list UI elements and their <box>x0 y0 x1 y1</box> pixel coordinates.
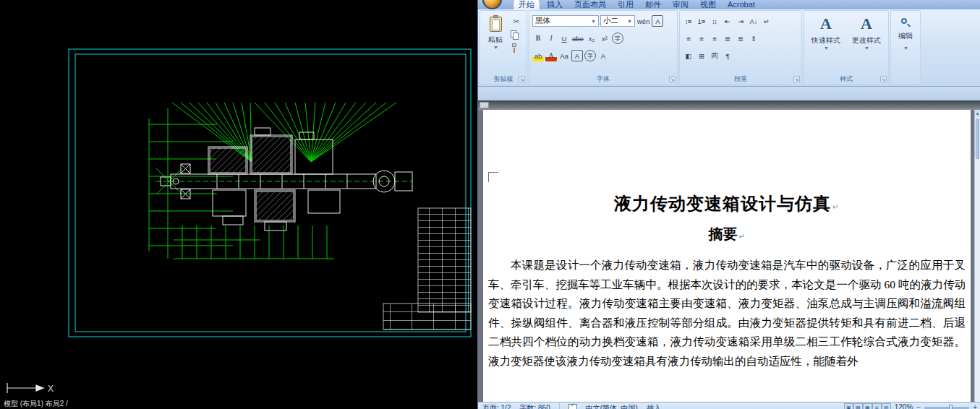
tab-insert[interactable]: 插入 <box>542 0 568 9</box>
circle-character-button[interactable]: 字 <box>584 50 596 61</box>
alignment-button[interactable]: ≣ <box>735 33 746 44</box>
styles-dialog-launcher[interactable]: ↘ <box>880 76 887 82</box>
font-group: 黑体▼ 小二▼ wén A B I U abe x₂ x² 字 ab A <box>529 10 678 85</box>
character-shading-button[interactable]: A <box>571 50 583 61</box>
view-mode-button[interactable]: ▧ <box>882 403 891 409</box>
format-painter-button[interactable] <box>511 43 518 53</box>
shading-borders-button[interactable]: 两 <box>709 50 720 61</box>
zoom-level[interactable]: 120% <box>895 403 913 409</box>
screen: X 模型 (布局1) 布局2 / 开始 插入 页面布局 引用 邮件 审阅 视图 … <box>0 0 980 409</box>
copy-button[interactable] <box>511 30 519 40</box>
shading-borders-button[interactable]: ◧ <box>683 50 694 61</box>
dimension-lines <box>149 103 412 259</box>
language-indicator[interactable]: 中文(简体, 中国) <box>586 403 638 409</box>
editing-group: 编辑 ▼ <box>890 10 921 85</box>
document-top-strip <box>478 100 980 110</box>
paste-button[interactable]: 粘贴 ▼ <box>484 14 507 65</box>
shading-borders-button[interactable]: ⊞ <box>696 50 707 61</box>
paragraph-button[interactable]: ↵ <box>761 15 772 27</box>
paragraph-button[interactable]: ⁝≡ <box>683 15 694 27</box>
office-button[interactable] <box>482 0 502 9</box>
paragraph-mark-icon: ↵ <box>738 232 745 241</box>
tab-acrobat[interactable]: Acrobat <box>723 0 760 9</box>
enclose-characters-button[interactable]: 字 <box>612 33 623 44</box>
autocad-window: X 模型 (布局1) 布局2 / <box>0 0 477 409</box>
quick-styles-button[interactable]: A 快速样式 ▼ <box>807 14 845 65</box>
tab-home[interactable]: 开始 <box>513 0 540 9</box>
view-mode-button[interactable]: ≣ <box>872 403 882 409</box>
tab-mailings[interactable]: 邮件 <box>640 0 666 9</box>
chevron-down-icon: ▼ <box>591 19 596 24</box>
paragraph-row-lists: ⁝≡1≡⁝⁝⇤⇥A↓↵ <box>683 15 772 27</box>
x-axis-label: X <box>48 384 54 394</box>
alignment-button[interactable]: ⇕ <box>748 33 759 44</box>
chevron-down-icon: ▼ <box>864 46 869 51</box>
font-dialog-launcher[interactable]: ↘ <box>669 76 676 82</box>
alignment-button[interactable]: ≣ <box>722 33 733 44</box>
view-buttons: ▣▤▦≣▧ <box>844 403 891 409</box>
paragraph-button[interactable]: ⇥ <box>735 15 746 27</box>
quick-styles-label: 快速样式 <box>811 35 840 46</box>
change-case-button[interactable]: Aa <box>558 50 570 61</box>
divider <box>559 403 560 409</box>
character-border-button[interactable]: A <box>652 15 663 27</box>
underline-button[interactable]: U <box>558 33 570 44</box>
word-count[interactable]: 字数: 860 <box>519 403 550 409</box>
alignment-button[interactable]: ≡ <box>709 33 720 44</box>
status-bar: 页面: 1/2 字数: 860 中文(简体, 中国) 插入 ▣▤▦≣▧ 120%… <box>478 402 980 409</box>
tab-references[interactable]: 引用 <box>613 0 639 9</box>
paragraph-button[interactable]: ⁝⁝ <box>709 15 720 27</box>
strikethrough-button[interactable]: abe <box>571 33 584 44</box>
clipboard-dialog-launcher[interactable]: ↘ <box>519 76 525 82</box>
view-mode-button[interactable]: ▤ <box>853 403 863 409</box>
change-styles-button[interactable]: A 更改样式 ▼ <box>848 14 885 65</box>
word-document-page[interactable]: 液力传动变速箱设计与仿真↵ 摘要↵ 本课题是设计一个液力传动变速箱，液力传动变速… <box>483 110 971 402</box>
pinyin-guide-button[interactable]: wén <box>636 15 650 27</box>
proofing-status-icon[interactable] <box>568 404 577 409</box>
tab-page-layout[interactable]: 页面布局 <box>569 0 611 9</box>
word-window: 开始 插入 页面布局 引用 邮件 审阅 视图 Acrobat 粘贴 ▼ ✂ <box>477 0 980 409</box>
paragraph-group: ⁝≡1≡⁝⁝⇤⇥A↓↵ ≡≡≡≣≣⇕ ◧⊞两¶ 段落 ↘ <box>679 10 802 85</box>
page-indicator[interactable]: 页面: 1/2 <box>482 403 511 409</box>
scroll-up-icon[interactable]: ▲ <box>975 110 980 117</box>
paragraph-button[interactable]: 1≡ <box>696 15 707 27</box>
font-color-button[interactable]: A <box>545 50 557 61</box>
font-group-label: 字体 <box>529 74 677 84</box>
view-mode-button[interactable]: ▣ <box>844 403 853 409</box>
clear-formatting-button[interactable]: A <box>597 50 609 61</box>
cad-canvas[interactable]: X <box>0 0 477 409</box>
tab-view[interactable]: 视图 <box>695 0 721 9</box>
paragraph-dialog-launcher[interactable]: ↘ <box>793 76 800 82</box>
alignment-button[interactable]: ≡ <box>683 33 694 44</box>
shading-borders-button[interactable]: ¶ <box>722 50 733 61</box>
paragraph-button[interactable]: A↓ <box>748 15 759 27</box>
scrollbar-thumb[interactable] <box>976 119 979 159</box>
zoom-out-button[interactable]: − <box>916 403 921 409</box>
paragraph-button[interactable]: ⇤ <box>722 15 733 27</box>
vertical-scrollbar[interactable]: ▲ <box>974 110 980 402</box>
cut-button[interactable]: ✂ <box>511 15 522 27</box>
zoom-slider-thumb[interactable] <box>949 405 953 409</box>
ruler-toggle-button[interactable] <box>480 102 489 108</box>
view-mode-button[interactable]: ▦ <box>863 403 872 409</box>
cad-layout-tabs[interactable]: 模型 (布局1) 布局2 / <box>4 400 68 409</box>
font-family-select[interactable]: 黑体▼ <box>532 15 599 27</box>
editing-menu-button[interactable]: 编辑 ▼ <box>891 18 920 51</box>
chevron-down-icon: ▼ <box>627 19 632 24</box>
change-styles-a-icon: A <box>861 14 872 33</box>
bold-button[interactable]: B <box>532 33 544 44</box>
ribbon-tab-bar: 开始 插入 页面布局 引用 邮件 审阅 视图 Acrobat <box>478 0 980 9</box>
superscript-button[interactable]: x² <box>599 33 610 44</box>
subscript-button[interactable]: x₂ <box>586 33 597 44</box>
zoom-in-button[interactable]: + <box>973 403 977 409</box>
ribbon: 粘贴 ▼ ✂ 剪贴板 ↘ 黑体▼ 小二▼ wén A <box>478 9 980 87</box>
alignment-button[interactable]: ≡ <box>696 33 707 44</box>
font-size-select[interactable]: 小二▼ <box>600 15 635 27</box>
ucs-icon: X <box>7 383 54 394</box>
text-highlight-button[interactable]: ab <box>532 50 544 61</box>
tab-review[interactable]: 审阅 <box>668 0 694 9</box>
italic-button[interactable]: I <box>545 33 557 44</box>
ribbon-lower-strip <box>478 87 980 100</box>
chevron-down-icon: ▼ <box>493 45 498 50</box>
insert-mode-indicator[interactable]: 插入 <box>647 403 661 409</box>
